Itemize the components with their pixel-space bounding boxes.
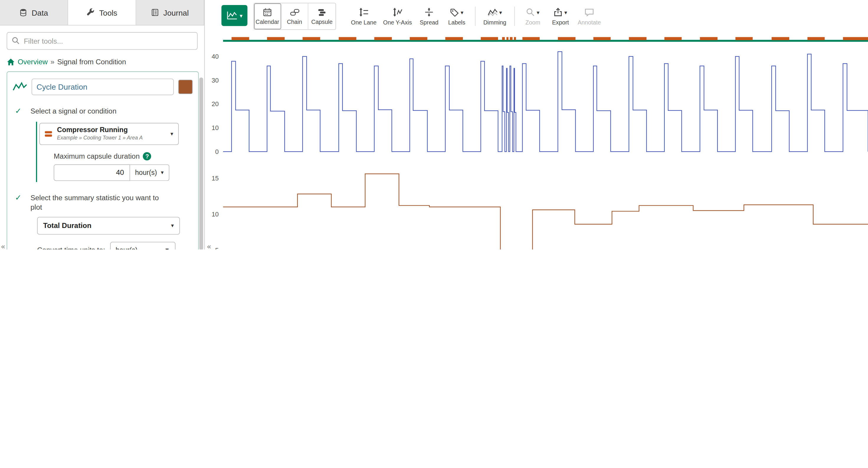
statistic-select[interactable]: Total Duration ▾	[37, 217, 180, 234]
check-icon: ✓	[15, 106, 23, 115]
home-icon[interactable]	[7, 58, 15, 65]
toolbar-separator	[514, 7, 515, 26]
max-capsule-duration-input[interactable]	[54, 164, 130, 180]
spread-button[interactable]: Spread	[415, 3, 443, 30]
one-y-axis-button[interactable]: One Y-Axis	[380, 3, 415, 30]
breadcrumb: Overview » Signal from Condition	[7, 58, 198, 66]
step-summary-statistic: ✓ Select the summary statistic you want …	[15, 193, 193, 212]
tab-journal-label: Journal	[163, 8, 189, 17]
seeq-workbench-window: Data Tools Journal	[0, 0, 868, 249]
tool-header	[13, 78, 193, 95]
tab-journal[interactable]: Journal	[136, 0, 205, 25]
speech-bubble-icon	[585, 8, 594, 16]
panel-tab-bar: Data Tools Journal	[0, 0, 204, 25]
svg-text:30: 30	[212, 77, 219, 84]
step-label: Select the summary statistic you want to…	[30, 193, 172, 212]
chevron-down-icon: ▾	[499, 9, 502, 15]
convert-units-select[interactable]: hour(s) ▼	[110, 241, 175, 249]
svg-text:10: 10	[212, 210, 219, 218]
svg-text:40: 40	[212, 53, 219, 60]
database-icon	[20, 8, 27, 16]
one-y-axis-icon	[393, 7, 402, 17]
one-lane-icon	[359, 7, 369, 17]
dimming-button[interactable]: ▾ Dimming	[480, 3, 509, 30]
max-capsule-unit-select[interactable]: hour(s) ▾	[130, 164, 169, 180]
trend-chart-icon	[226, 11, 238, 20]
signal-from-condition-tool-panel: ✓ Select a signal or condition Compresso…	[7, 71, 199, 249]
tag-icon	[450, 8, 459, 16]
left-panel: Data Tools Journal	[0, 0, 205, 249]
tab-data-label: Data	[32, 8, 48, 17]
max-capsule-duration-row: hour(s) ▾	[54, 164, 179, 180]
labels-button[interactable]: ▾ Labels	[443, 3, 471, 30]
toolbar-separator	[475, 7, 475, 26]
filter-tools-input[interactable]	[7, 32, 198, 50]
capsule-icon	[317, 8, 326, 16]
chevron-down-icon: ▾	[171, 223, 174, 229]
convert-units-row: Convert time units to: hour(s) ▼	[37, 241, 193, 249]
journal-icon	[151, 8, 159, 16]
chevron-down-icon: ▾	[537, 9, 539, 15]
signal-select[interactable]: Compressor Running Example » Cooling Tow…	[39, 123, 179, 145]
breadcrumb-current: Signal from Condition	[57, 58, 126, 66]
chain-view-button[interactable]: Chain	[281, 3, 308, 29]
condition-icon	[45, 131, 52, 137]
step-select-signal: ✓ Select a signal or condition	[15, 106, 193, 116]
export-button[interactable]: ▾ Export	[547, 3, 575, 30]
dimming-icon	[488, 8, 498, 16]
max-capsule-duration-label: Maximum capsule duration ?	[54, 152, 179, 160]
spread-icon	[425, 7, 433, 17]
result-name-input[interactable]	[32, 78, 174, 95]
help-icon[interactable]: ?	[143, 152, 151, 160]
wrench-icon	[87, 8, 95, 16]
collapse-panel-chevron-icon[interactable]: «	[207, 242, 211, 249]
breadcrumb-separator: »	[51, 58, 55, 66]
chevron-down-icon: ▾	[240, 12, 242, 19]
color-swatch-button[interactable]	[178, 79, 193, 94]
zoom-button: ▾ Zoom	[519, 3, 547, 30]
trend-toolbar: ▾ Calendar Chain	[213, 0, 868, 33]
filter-tools-row	[7, 32, 198, 50]
check-icon: ✓	[15, 193, 23, 202]
selected-item-name: Compressor Running	[57, 126, 165, 134]
tab-tools-label: Tools	[99, 8, 117, 17]
capsule-view-button[interactable]: Capsule	[308, 3, 336, 29]
chevron-down-icon: ▾	[564, 9, 567, 15]
svg-text:20: 20	[212, 100, 219, 108]
tab-data[interactable]: Data	[0, 0, 68, 25]
trend-panel: ▾ Calendar Chain	[213, 0, 868, 249]
calendar-icon	[263, 8, 272, 16]
chevron-down-icon: ▾	[461, 9, 463, 15]
chain-icon	[290, 8, 299, 16]
svg-text:5: 5	[215, 246, 219, 249]
svg-text:0: 0	[215, 148, 219, 156]
chevron-down-icon: ▾	[170, 131, 173, 137]
step-label: Select a signal or condition	[30, 106, 117, 116]
trend-chart[interactable]: 01020304051015Mar 26Mar 28Mar 30Apr 1Apr…	[223, 35, 868, 249]
selected-item-path: Example » Cooling Tower 1 » Area A	[57, 135, 165, 141]
chevron-down-icon: ▾	[161, 169, 163, 175]
one-lane-button[interactable]: One Lane	[347, 3, 380, 30]
search-icon	[11, 37, 20, 45]
calendar-view-button[interactable]: Calendar	[254, 3, 281, 29]
collapse-left-chevron-icon[interactable]: «	[1, 242, 5, 249]
view-mode-dropdown-button[interactable]: ▾	[222, 5, 248, 26]
convert-units-label: Convert time units to:	[37, 246, 105, 249]
signal-icon	[13, 81, 27, 93]
capsule-time-group: Calendar Chain Capsule	[253, 3, 336, 30]
zoom-icon	[526, 8, 535, 16]
breadcrumb-overview-link[interactable]: Overview	[18, 58, 48, 66]
left-panel-scrollbar[interactable]	[199, 77, 203, 249]
tab-tools[interactable]: Tools	[68, 0, 136, 25]
annotate-button: Annotate	[575, 3, 604, 30]
trend-tools: One Lane One Y-Axis Spread	[347, 3, 604, 30]
chevron-down-icon: ▼	[164, 247, 170, 249]
signal-group: Compressor Running Example » Cooling Tow…	[36, 122, 179, 182]
svg-text:15: 15	[212, 175, 219, 182]
svg-text:10: 10	[212, 124, 219, 132]
export-icon	[554, 8, 563, 16]
